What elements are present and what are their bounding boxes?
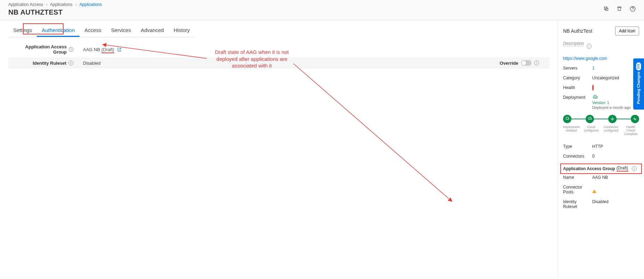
step-health-icon — [631, 115, 639, 123]
deploy-version[interactable]: Version: 1 — [592, 101, 609, 105]
aag-name-value: AAG NB — [592, 175, 639, 180]
health-icon — [592, 85, 594, 91]
deploy-progress — [563, 115, 639, 123]
help-icon[interactable] — [629, 6, 636, 12]
tab-authentication[interactable]: Authentication — [37, 24, 80, 37]
category-value: Uncategorized — [592, 75, 639, 80]
identity-label: Identity Ruleset i — [15, 61, 76, 66]
aag-value: AAG NB (Draft) — [76, 47, 543, 52]
info-icon[interactable]: i — [69, 47, 73, 52]
info-icon[interactable]: i — [68, 61, 73, 65]
svg-point-5 — [612, 118, 613, 120]
step-cloud-icon — [586, 115, 594, 123]
pending-changes-tab[interactable]: Pending Changes 370 — [633, 58, 644, 110]
breadcrumb-l1[interactable]: Application Access — [8, 2, 43, 7]
description-label[interactable]: Description — [563, 41, 584, 46]
info-icon[interactable]: i — [587, 44, 592, 49]
irule-value: Disabled — [592, 199, 639, 204]
cloud-icon — [592, 95, 598, 100]
tab-settings[interactable]: Settings — [8, 24, 37, 37]
tab-history[interactable]: History — [169, 24, 195, 37]
step-connector-icon — [608, 115, 617, 123]
svg-line-4 — [294, 64, 452, 201]
override-toggle[interactable] — [521, 60, 531, 66]
pending-count: 370 — [636, 62, 641, 70]
servers-value[interactable]: 1 — [592, 66, 639, 71]
app-url[interactable]: https://www.google.com — [563, 56, 639, 61]
override-label: Override — [500, 61, 518, 66]
add-icon-button[interactable]: Add Icon — [615, 26, 639, 35]
connectors-value: 0 — [592, 154, 639, 159]
side-panel: NB AuthzTest Add Icon Description i http… — [558, 20, 644, 278]
identity-value: Disabled — [76, 61, 500, 66]
tab-services[interactable]: Services — [106, 24, 136, 37]
breadcrumb: Application Access › Applications › Appl… — [8, 2, 102, 7]
breadcrumb-l3[interactable]: Applications — [80, 2, 102, 7]
trash-icon[interactable] — [616, 6, 622, 12]
tab-advanced[interactable]: Advanced — [136, 24, 169, 37]
tabs: Settings Authentication Access Services … — [8, 24, 195, 37]
tab-access[interactable]: Access — [80, 24, 106, 37]
warning-icon — [592, 185, 596, 193]
type-value: HTTP — [592, 144, 639, 149]
page-title: NB AUTHZTEST — [8, 8, 102, 16]
side-title: NB AuthzTest — [563, 28, 592, 34]
breadcrumb-l2[interactable]: Applications — [50, 2, 73, 7]
step-deploy-icon — [563, 115, 571, 123]
deploy-when: Deployed a month ago — [592, 105, 631, 110]
external-link-icon[interactable] — [117, 47, 122, 52]
aag-label: Application Access Group i — [15, 44, 76, 55]
highlight-aag — [560, 164, 642, 174]
info-icon[interactable]: i — [534, 61, 539, 65]
copy-icon[interactable] — [603, 6, 609, 12]
